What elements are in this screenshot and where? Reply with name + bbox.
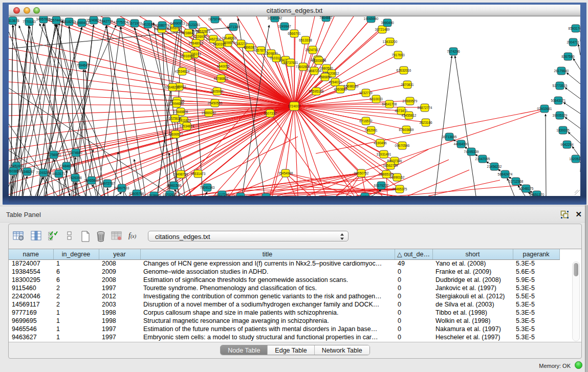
tool-unselect[interactable] — [66, 231, 73, 243]
svg-text:86872774: 86872774 — [418, 106, 432, 110]
svg-text:70348247: 70348247 — [20, 170, 35, 173]
svg-text:73602606: 73602606 — [296, 65, 311, 69]
btn-float[interactable] — [560, 210, 569, 221]
svg-text:0842710: 0842710 — [100, 19, 113, 23]
svg-text:15869232: 15869232 — [202, 111, 216, 115]
statusbar: Memory: OK — [0, 359, 588, 372]
col-out_degree: △ out_de… — [395, 249, 432, 259]
tool-table-options[interactable] — [13, 231, 24, 243]
svg-text:78091343: 78091343 — [200, 186, 215, 189]
svg-text:9413186: 9413186 — [141, 23, 155, 26]
svg-text:05865185: 05865185 — [379, 172, 394, 176]
svg-text:7826398: 7826398 — [69, 176, 82, 180]
svg-text:02402681: 02402681 — [537, 107, 552, 111]
svg-text:50643171: 50643171 — [551, 99, 566, 102]
tab-edge-table[interactable]: Edge Table — [268, 345, 314, 355]
svg-text:99386774: 99386774 — [155, 24, 170, 27]
svg-text:4294019: 4294019 — [329, 80, 342, 84]
tab-network-table[interactable]: Network Table — [315, 345, 369, 355]
svg-text:16048175: 16048175 — [519, 187, 534, 190]
svg-text:90916998: 90916998 — [180, 54, 195, 58]
row-14569117: 1456911722003Disruption of a novel membe… — [9, 300, 559, 309]
svg-text:4238849: 4238849 — [182, 31, 195, 35]
svg-text:97848018: 97848018 — [189, 41, 204, 45]
svg-text:27849808: 27849808 — [173, 110, 188, 114]
svg-text:28498776: 28498776 — [173, 172, 188, 176]
svg-text:43534624: 43534624 — [175, 70, 190, 73]
titlebar: citations_edges.txt — [9, 5, 580, 16]
svg-text:36183242: 36183242 — [268, 16, 282, 20]
table-chooser[interactable]: citations_edges.txt — [148, 231, 349, 242]
svg-text:1724007: 1724007 — [288, 104, 301, 108]
svg-text:4586850: 4586850 — [318, 75, 332, 79]
svg-text:8267586: 8267586 — [561, 55, 575, 58]
svg-text:31931491: 31931491 — [377, 152, 391, 156]
network-window: citations_edges.txt 83503056139537674238… — [3, 3, 586, 205]
svg-text:38721489: 38721489 — [375, 28, 390, 31]
svg-text:58842474: 58842474 — [498, 172, 513, 176]
svg-text:2004711: 2004711 — [567, 40, 580, 44]
svg-text:7770143: 7770143 — [23, 20, 36, 24]
svg-text:8613171: 8613171 — [52, 172, 66, 176]
row-9699695: 969969511998Structural magnetic resonanc… — [9, 317, 559, 325]
tool-import-table[interactable] — [111, 231, 122, 243]
svg-text:49972787: 49972787 — [100, 182, 115, 185]
svg-text:4060883: 4060883 — [334, 87, 347, 91]
svg-text:74395339: 74395339 — [464, 150, 479, 154]
col-year: year — [99, 249, 140, 259]
svg-text:06562729: 06562729 — [383, 164, 398, 167]
svg-text:43303654: 43303654 — [312, 59, 326, 62]
svg-text:6513338: 6513338 — [299, 38, 312, 42]
svg-text:45961586: 45961586 — [167, 184, 182, 187]
svg-text:3623166: 3623166 — [419, 121, 432, 124]
svg-text:27484677: 27484677 — [59, 164, 74, 168]
svg-text:0679740: 0679740 — [208, 17, 222, 21]
svg-text:1607337: 1607337 — [264, 112, 277, 115]
svg-text:09670546: 09670546 — [395, 144, 410, 147]
svg-text:42786801: 42786801 — [214, 77, 229, 80]
svg-text:4190496: 4190496 — [374, 141, 387, 145]
svg-text:0249947: 0249947 — [278, 25, 291, 28]
tab-node-table[interactable]: Node Table — [221, 345, 268, 355]
svg-text:64990913: 64990913 — [170, 21, 185, 25]
row-9777169: 977716911998Corpus callosum shape and si… — [9, 309, 559, 317]
svg-text:62994680: 62994680 — [169, 102, 184, 105]
svg-text:53773515: 53773515 — [553, 84, 568, 87]
col-pagerank: pagerank — [513, 249, 559, 259]
svg-text:7464887: 7464887 — [319, 16, 333, 19]
svg-text:5430391: 5430391 — [213, 42, 226, 46]
svg-text:1839335: 1839335 — [556, 128, 570, 132]
svg-text:26179640: 26179640 — [554, 69, 569, 73]
tool-select-column[interactable] — [31, 231, 42, 243]
svg-text:21456232: 21456232 — [487, 165, 502, 168]
svg-text:34123281: 34123281 — [186, 23, 201, 27]
svg-text:47775204: 47775204 — [114, 20, 128, 24]
svg-text:65648236: 65648236 — [165, 85, 180, 89]
memory-indicator — [575, 361, 582, 369]
svg-text:94531473: 94531473 — [191, 172, 206, 176]
svg-text:9042284: 9042284 — [560, 143, 574, 146]
svg-text:99650752: 99650752 — [354, 171, 369, 175]
row-18724007: 1872400712008Changes of HCN gene express… — [9, 259, 559, 268]
svg-text:6025634: 6025634 — [168, 117, 182, 120]
svg-text:3990490: 3990490 — [381, 21, 394, 25]
tool-select-all[interactable] — [48, 231, 58, 243]
tool-function[interactable]: f(x) — [128, 232, 136, 240]
btn-close-panel[interactable]: ✕ — [575, 210, 582, 218]
svg-text:9232719: 9232719 — [359, 91, 373, 95]
svg-text:7452991: 7452991 — [364, 128, 378, 132]
table-tabs: Node Table Edge Table Network Table — [9, 345, 581, 356]
row-9465546: 946554611997Estimation of the future num… — [9, 325, 559, 333]
table-panel-header: Table Panel ✕ — [0, 206, 588, 223]
tool-new-column[interactable] — [80, 231, 91, 244]
svg-text:71093248: 71093248 — [36, 171, 51, 174]
row-19384554: 1938455462009Genome–wide association stu… — [9, 268, 559, 276]
svg-text:58867533: 58867533 — [115, 186, 129, 190]
svg-text:26247317: 26247317 — [306, 48, 320, 52]
svg-text:44064090: 44064090 — [454, 142, 469, 146]
svg-text:35240824: 35240824 — [86, 18, 101, 22]
svg-text:15451680: 15451680 — [9, 164, 24, 168]
svg-text:20465375: 20465375 — [393, 187, 407, 191]
svg-text:5674680: 5674680 — [69, 151, 82, 155]
tool-delete-column[interactable] — [96, 231, 106, 244]
